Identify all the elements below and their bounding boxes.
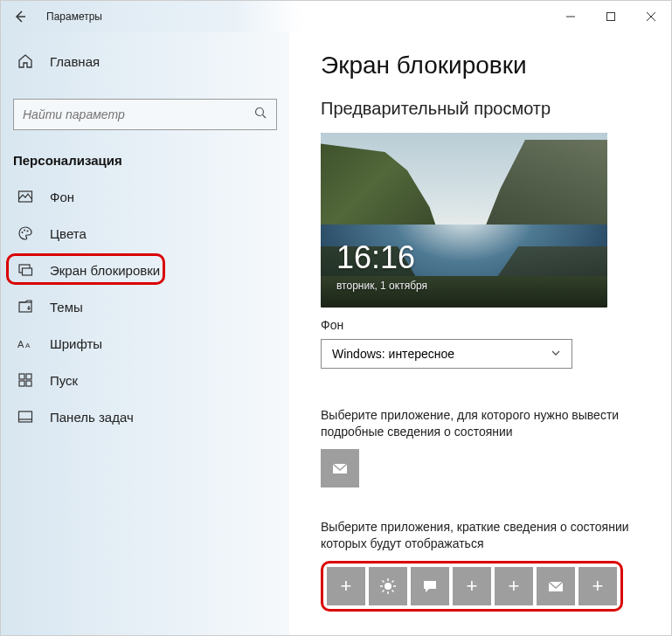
mail-icon xyxy=(547,577,565,595)
svg-rect-16 xyxy=(19,374,24,379)
themes-icon xyxy=(17,299,34,315)
home-label: Главная xyxy=(50,54,100,69)
home-icon xyxy=(17,53,34,69)
nav-item-fonts[interactable]: AA Шрифты xyxy=(1,325,289,362)
search-box[interactable] xyxy=(13,99,277,130)
nav-label: Панель задач xyxy=(50,410,134,425)
home-link[interactable]: Главная xyxy=(1,45,289,78)
nav-item-background[interactable]: Фон xyxy=(1,178,289,215)
background-value: Windows: интересное xyxy=(332,347,551,361)
nav-item-start[interactable]: Пуск xyxy=(1,362,289,398)
settings-window: Параметры Главная Персонализация xyxy=(0,0,672,636)
section-title: Персонализация xyxy=(1,153,289,178)
minimize-icon xyxy=(566,12,575,21)
svg-rect-2 xyxy=(607,13,615,21)
palette-icon xyxy=(17,225,34,241)
preview-time: 16:16 xyxy=(336,239,415,276)
svg-rect-18 xyxy=(19,381,24,386)
preview-heading: Предварительный просмотр xyxy=(321,99,671,119)
lockscreen-icon xyxy=(17,262,34,278)
plus-icon: + xyxy=(509,575,520,598)
nav-label: Пуск xyxy=(50,373,78,388)
quick-app-tile-weather[interactable] xyxy=(369,567,407,605)
image-icon xyxy=(17,189,34,204)
nav-label: Шрифты xyxy=(50,336,102,351)
search-icon xyxy=(254,107,267,122)
quick-app-tile-add[interactable]: + xyxy=(495,567,533,605)
svg-point-8 xyxy=(22,232,24,233)
nav-label: Цвета xyxy=(50,226,87,241)
chat-icon xyxy=(421,577,439,595)
detail-app-description: Выберите приложение, для которого нужно … xyxy=(321,407,635,440)
background-label: Фон xyxy=(321,318,671,332)
svg-line-30 xyxy=(383,590,384,591)
svg-point-10 xyxy=(27,231,29,232)
page-title: Экран блокировки xyxy=(321,52,671,80)
sidebar: Главная Персонализация Фон Цвета Экран б… xyxy=(1,32,289,635)
detail-app-tile[interactable] xyxy=(321,449,359,487)
fonts-icon: AA xyxy=(17,335,34,351)
taskbar-icon xyxy=(17,409,34,425)
svg-text:A: A xyxy=(17,339,24,349)
svg-line-29 xyxy=(392,590,394,591)
nav-label: Фон xyxy=(50,190,74,204)
nav-item-lockscreen[interactable]: Экран блокировки xyxy=(1,252,289,288)
search-input[interactable] xyxy=(23,107,254,121)
lockscreen-preview: 16:16 вторник, 1 октября xyxy=(321,133,607,308)
mail-icon xyxy=(331,460,349,477)
main-content: Экран блокировки Предварительный просмот… xyxy=(289,32,671,635)
quick-apps-description: Выберите приложения, краткие сведения о … xyxy=(321,519,635,552)
quick-app-tile-add[interactable]: + xyxy=(453,567,491,605)
weather-icon xyxy=(379,577,397,595)
svg-point-23 xyxy=(384,583,391,590)
plus-icon: + xyxy=(467,575,478,598)
svg-rect-13 xyxy=(19,302,31,312)
svg-rect-17 xyxy=(26,374,31,379)
svg-line-31 xyxy=(392,580,394,582)
preview-date: вторник, 1 октября xyxy=(336,280,427,292)
maximize-button[interactable] xyxy=(591,1,631,32)
close-icon xyxy=(647,12,655,21)
chevron-down-icon xyxy=(551,346,561,362)
plus-icon: + xyxy=(592,575,604,598)
quick-app-tile-chat[interactable] xyxy=(411,567,449,605)
nav-item-themes[interactable]: Темы xyxy=(1,288,289,325)
svg-point-5 xyxy=(256,108,264,116)
nav-label: Экран блокировки xyxy=(50,263,160,278)
close-button[interactable] xyxy=(631,1,671,32)
background-select[interactable]: Windows: интересное xyxy=(321,339,572,369)
svg-rect-19 xyxy=(26,381,31,386)
svg-rect-12 xyxy=(23,268,32,275)
svg-point-9 xyxy=(24,230,25,232)
annotation-highlight-row: + + + + xyxy=(321,561,623,612)
maximize-icon xyxy=(606,12,615,21)
quick-app-tile-mail[interactable] xyxy=(537,567,575,605)
titlebar: Параметры xyxy=(1,1,671,32)
svg-line-6 xyxy=(263,115,267,119)
nav-item-colors[interactable]: Цвета xyxy=(1,215,289,252)
window-title: Параметры xyxy=(39,10,102,23)
nav-item-taskbar[interactable]: Панель задач xyxy=(1,398,289,435)
quick-app-tile-add[interactable]: + xyxy=(578,567,617,605)
svg-rect-20 xyxy=(19,411,32,422)
svg-line-28 xyxy=(383,580,384,582)
plus-icon: + xyxy=(341,575,352,598)
arrow-left-icon xyxy=(13,10,27,24)
minimize-button[interactable] xyxy=(551,1,591,32)
nav-label: Темы xyxy=(50,300,83,315)
quick-app-tile-add[interactable]: + xyxy=(327,567,365,605)
svg-text:A: A xyxy=(25,342,31,349)
start-icon xyxy=(17,372,34,388)
back-button[interactable] xyxy=(1,1,39,32)
